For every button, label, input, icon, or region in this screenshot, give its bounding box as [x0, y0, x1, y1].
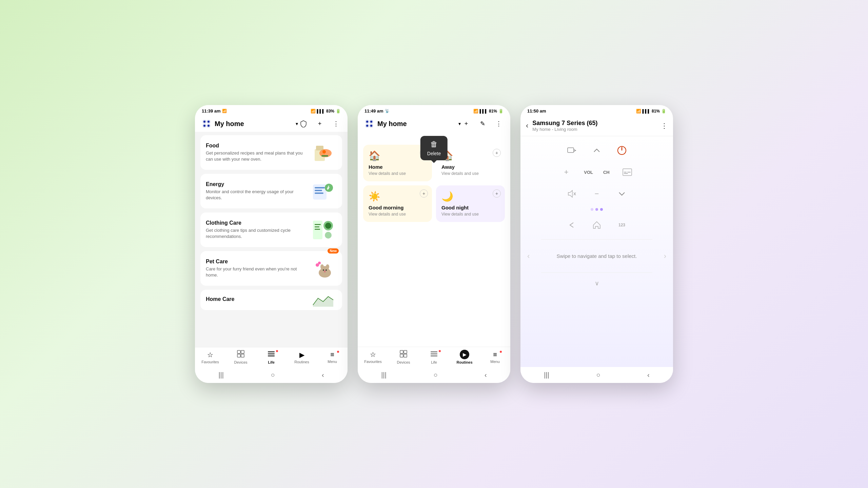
routine-away-icon: 🏠	[441, 150, 499, 161]
svg-point-11	[322, 150, 326, 154]
pet-card-desc: Care for your furry friend even when you…	[206, 266, 305, 278]
system-home-btn-3[interactable]: ○	[596, 371, 600, 379]
system-back-btn-2[interactable]: ‹	[485, 371, 487, 379]
tv-subtitle: My home - Living room	[532, 127, 661, 132]
add-icon-btn[interactable]: +	[314, 118, 325, 129]
food-card[interactable]: Food Get personalized recipes and meal p…	[200, 135, 342, 170]
routine-morning-card[interactable]: + ☀️ Good morning View details and use	[363, 185, 432, 222]
nav-item-life-2[interactable]: Life	[424, 350, 444, 364]
delete-tooltip[interactable]: 🗑 Delete	[420, 136, 448, 160]
remote-separator	[541, 239, 652, 240]
home-btn[interactable]	[589, 218, 604, 232]
routine-away-add-btn[interactable]: +	[493, 149, 501, 157]
menu-icon-1: ≡	[330, 351, 334, 359]
nav-item-menu-1[interactable]: ≡ Menu	[322, 351, 342, 364]
routine-morning-add-btn[interactable]: +	[420, 189, 428, 198]
system-back-btn-3[interactable]: ‹	[647, 371, 650, 379]
battery-text-1: 83%	[326, 109, 334, 114]
svg-point-5	[208, 121, 210, 123]
nav-item-routines-1[interactable]: ▶ Routines	[292, 351, 312, 364]
shield-icon-btn[interactable]	[298, 118, 309, 129]
dot-1	[591, 208, 593, 211]
back-btn[interactable]	[564, 218, 579, 232]
add-btn[interactable]: +	[559, 165, 574, 180]
remote-dots	[591, 208, 603, 211]
left-arrow-btn[interactable]: ‹	[527, 252, 530, 261]
channel-up-btn[interactable]	[589, 143, 604, 158]
top-nav-2: My home ▾ + ✎ ⋮ 🗑 Delete	[358, 116, 510, 132]
system-home-btn-1[interactable]: ○	[271, 371, 275, 379]
menu-dot-1	[337, 351, 339, 353]
remote-row-3: −	[527, 186, 666, 201]
content-area-1: Food Get personalized recipes and meal p…	[195, 132, 348, 347]
system-home-btn-2[interactable]: ○	[433, 371, 437, 379]
favourites-icon-2: ☆	[370, 350, 376, 359]
clothing-card[interactable]: Clothing Care Get clothing care tips and…	[200, 212, 342, 247]
svg-point-30	[326, 269, 327, 271]
pet-care-card[interactable]: New Pet Care Care for your furry friend …	[200, 251, 342, 286]
food-card-title: Food	[206, 143, 305, 149]
system-menu-btn-1[interactable]: |||	[218, 371, 224, 379]
svg-rect-12	[321, 155, 328, 157]
more-icon-btn[interactable]: ⋮	[331, 118, 341, 129]
routine-night-add-btn[interactable]: +	[493, 189, 501, 198]
status-icons-2: 📶 ▌▌▌ 81% 🔋	[473, 109, 504, 114]
routine-night-card[interactable]: + 🌙 Good night View details and use	[436, 185, 505, 222]
swipe-hint-text: Swipe to navigate and tap to select.	[530, 246, 664, 266]
svg-rect-60	[624, 173, 628, 174]
subtitle-btn[interactable]	[620, 165, 635, 180]
add-icon-btn-2[interactable]: +	[461, 118, 472, 129]
routines-empty-space	[358, 226, 510, 347]
vol-down-btn[interactable]: −	[589, 186, 604, 201]
tv-title: Samsung 7 Series (65)	[532, 120, 661, 127]
input-btn[interactable]	[564, 143, 579, 158]
svg-point-6	[203, 125, 205, 127]
power-btn[interactable]	[614, 143, 629, 158]
svg-rect-37	[241, 354, 244, 357]
right-arrow-btn[interactable]: ›	[664, 252, 666, 261]
status-time-2: 11:49 am 📡	[364, 108, 390, 114]
dot-3	[600, 208, 603, 211]
channel-down-btn[interactable]	[614, 186, 629, 201]
routines-icon-1: ▶	[299, 351, 304, 359]
nav-item-favourites-2[interactable]: ☆ Favourites	[363, 350, 383, 364]
vol-label: VOL	[584, 170, 593, 175]
mute-btn[interactable]	[564, 186, 579, 201]
nav-item-devices-2[interactable]: Devices	[393, 350, 414, 364]
svg-rect-38	[268, 351, 275, 352]
svg-rect-52	[404, 354, 407, 357]
svg-point-28	[326, 264, 329, 269]
energy-card-title: Energy	[206, 181, 305, 187]
num-btn[interactable]: 123	[614, 218, 629, 232]
signal-icon: 📶	[222, 109, 227, 113]
nav-item-favourites-1[interactable]: ☆ Favourites	[200, 351, 220, 364]
food-card-text: Food Get personalized recipes and meal p…	[206, 143, 305, 162]
back-button[interactable]: ‹	[526, 121, 528, 130]
favourites-label-2: Favourites	[364, 360, 381, 364]
signal-bars-icon-2: ▌▌▌	[480, 109, 488, 113]
nav-item-routines-2[interactable]: ▶ Routines	[454, 350, 475, 364]
app-title-2: My home	[377, 120, 457, 128]
energy-card[interactable]: Energy Monitor and control the energy us…	[200, 174, 342, 208]
more-icon-btn-2[interactable]: ⋮	[493, 118, 504, 129]
svg-rect-49	[400, 350, 403, 353]
edit-icon-btn-2[interactable]: ✎	[477, 118, 488, 129]
remote-chevron-down[interactable]: ∨	[595, 280, 599, 287]
time-display-1: 11:39 am	[202, 108, 221, 114]
system-menu-btn-2[interactable]: |||	[381, 371, 387, 379]
nav-item-life-1[interactable]: Life	[261, 350, 281, 364]
pet-card-text: Pet Care Care for your furry friend even…	[206, 259, 305, 278]
routine-morning-desc: View details and use	[369, 212, 427, 217]
home-care-card[interactable]: Home Care	[200, 290, 342, 310]
system-nav-3: ||| ○ ‹	[520, 367, 673, 383]
phone-screen-3: 11:50 am 📶 ▌▌▌ 81% 🔋 ‹ Samsung 7 Series …	[520, 105, 673, 383]
system-back-btn-1[interactable]: ‹	[322, 371, 324, 379]
routines-label-1: Routines	[294, 360, 309, 364]
dropdown-arrow-icon[interactable]: ▾	[296, 121, 298, 126]
nav-item-devices-1[interactable]: Devices	[231, 350, 251, 364]
dropdown-arrow-icon-2[interactable]: ▾	[458, 121, 461, 126]
svg-rect-21	[315, 229, 320, 230]
nav-item-menu-2[interactable]: ≡ Menu	[485, 351, 505, 364]
tv-more-btn[interactable]: ⋮	[661, 122, 668, 130]
system-menu-btn-3[interactable]: |||	[544, 371, 549, 379]
